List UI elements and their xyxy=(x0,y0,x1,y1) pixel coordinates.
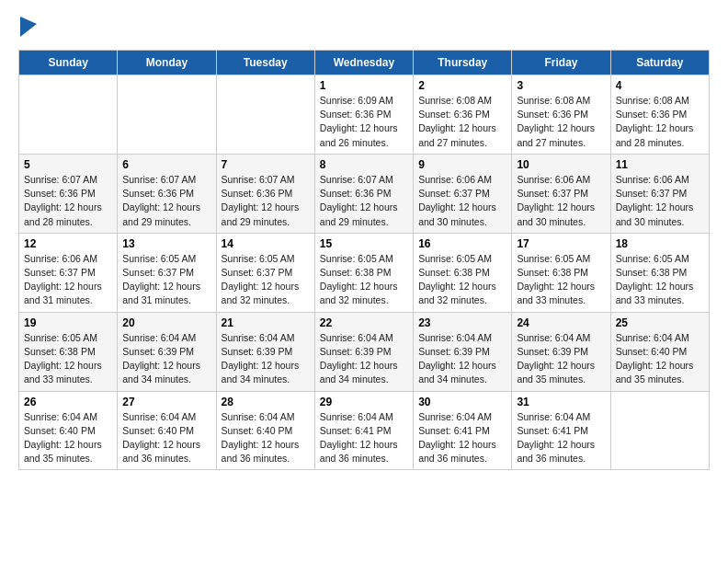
day-info: Sunrise: 6:08 AM Sunset: 6:36 PM Dayligh… xyxy=(616,94,704,150)
calendar-cell: 4Sunrise: 6:08 AM Sunset: 6:36 PM Daylig… xyxy=(610,75,709,155)
day-number: 26 xyxy=(24,396,112,408)
calendar-cell: 8Sunrise: 6:07 AM Sunset: 6:36 PM Daylig… xyxy=(314,154,413,233)
calendar-cell: 26Sunrise: 6:04 AM Sunset: 6:40 PM Dayli… xyxy=(19,391,118,470)
logo xyxy=(18,18,37,37)
day-info: Sunrise: 6:06 AM Sunset: 6:37 PM Dayligh… xyxy=(418,173,506,229)
day-number: 3 xyxy=(517,79,605,92)
day-info: Sunrise: 6:04 AM Sunset: 6:39 PM Dayligh… xyxy=(517,331,605,387)
calendar-cell: 6Sunrise: 6:07 AM Sunset: 6:36 PM Daylig… xyxy=(118,154,216,233)
calendar-cell: 23Sunrise: 6:04 AM Sunset: 6:39 PM Dayli… xyxy=(414,312,512,391)
day-number: 9 xyxy=(418,158,506,171)
day-number: 22 xyxy=(320,316,408,329)
day-number: 23 xyxy=(418,316,506,329)
calendar-header-row: SundayMondayTuesdayWednesdayThursdayFrid… xyxy=(19,51,710,75)
calendar-cell: 29Sunrise: 6:04 AM Sunset: 6:41 PM Dayli… xyxy=(314,391,413,470)
calendar-cell: 19Sunrise: 6:05 AM Sunset: 6:38 PM Dayli… xyxy=(19,312,118,391)
day-number: 6 xyxy=(122,158,210,171)
calendar-header-wednesday: Wednesday xyxy=(314,51,413,75)
day-info: Sunrise: 6:05 AM Sunset: 6:38 PM Dayligh… xyxy=(320,252,408,308)
header xyxy=(18,18,710,37)
day-number: 10 xyxy=(517,158,605,171)
day-info: Sunrise: 6:06 AM Sunset: 6:37 PM Dayligh… xyxy=(24,252,112,308)
calendar-cell: 14Sunrise: 6:05 AM Sunset: 6:37 PM Dayli… xyxy=(216,233,314,312)
day-info: Sunrise: 6:04 AM Sunset: 6:40 PM Dayligh… xyxy=(616,331,704,387)
day-number: 8 xyxy=(320,158,408,171)
calendar-header-monday: Monday xyxy=(118,51,216,75)
calendar-cell: 20Sunrise: 6:04 AM Sunset: 6:39 PM Dayli… xyxy=(118,312,216,391)
calendar-cell: 21Sunrise: 6:04 AM Sunset: 6:39 PM Dayli… xyxy=(216,312,314,391)
day-info: Sunrise: 6:05 AM Sunset: 6:37 PM Dayligh… xyxy=(122,252,210,308)
calendar-week-row: 1Sunrise: 6:09 AM Sunset: 6:36 PM Daylig… xyxy=(19,75,710,155)
calendar-cell: 15Sunrise: 6:05 AM Sunset: 6:38 PM Dayli… xyxy=(314,233,413,312)
logo-icon xyxy=(20,17,37,37)
calendar-cell: 30Sunrise: 6:04 AM Sunset: 6:41 PM Dayli… xyxy=(414,391,512,470)
day-number: 7 xyxy=(222,158,310,171)
day-number: 15 xyxy=(320,237,408,250)
day-info: Sunrise: 6:05 AM Sunset: 6:38 PM Dayligh… xyxy=(24,331,112,387)
day-info: Sunrise: 6:07 AM Sunset: 6:36 PM Dayligh… xyxy=(122,173,210,229)
calendar-cell xyxy=(118,75,216,155)
page: SundayMondayTuesdayWednesdayThursdayFrid… xyxy=(0,0,728,479)
calendar: SundayMondayTuesdayWednesdayThursdayFrid… xyxy=(18,50,710,470)
day-number: 5 xyxy=(24,158,112,171)
calendar-week-row: 26Sunrise: 6:04 AM Sunset: 6:40 PM Dayli… xyxy=(19,391,710,470)
day-number: 29 xyxy=(320,396,408,408)
day-info: Sunrise: 6:05 AM Sunset: 6:38 PM Dayligh… xyxy=(418,252,506,308)
calendar-header-friday: Friday xyxy=(512,51,610,75)
calendar-cell xyxy=(19,75,118,155)
calendar-cell: 31Sunrise: 6:04 AM Sunset: 6:41 PM Dayli… xyxy=(512,391,610,470)
day-number: 14 xyxy=(222,237,310,250)
calendar-header-tuesday: Tuesday xyxy=(216,51,314,75)
calendar-header-sunday: Sunday xyxy=(19,51,118,75)
calendar-header-saturday: Saturday xyxy=(610,51,709,75)
day-number: 16 xyxy=(418,237,506,250)
calendar-cell: 17Sunrise: 6:05 AM Sunset: 6:38 PM Dayli… xyxy=(512,233,610,312)
calendar-week-row: 12Sunrise: 6:06 AM Sunset: 6:37 PM Dayli… xyxy=(19,233,710,312)
calendar-cell: 2Sunrise: 6:08 AM Sunset: 6:36 PM Daylig… xyxy=(414,75,512,155)
calendar-cell: 27Sunrise: 6:04 AM Sunset: 6:40 PM Dayli… xyxy=(118,391,216,470)
day-number: 21 xyxy=(222,316,310,329)
day-number: 31 xyxy=(517,396,605,408)
svg-marker-0 xyxy=(20,17,37,37)
day-info: Sunrise: 6:04 AM Sunset: 6:39 PM Dayligh… xyxy=(418,331,506,387)
day-info: Sunrise: 6:04 AM Sunset: 6:40 PM Dayligh… xyxy=(24,410,112,466)
day-number: 18 xyxy=(616,237,704,250)
day-number: 25 xyxy=(616,316,704,329)
calendar-cell: 3Sunrise: 6:08 AM Sunset: 6:36 PM Daylig… xyxy=(512,75,610,155)
day-info: Sunrise: 6:07 AM Sunset: 6:36 PM Dayligh… xyxy=(222,173,310,229)
calendar-cell: 24Sunrise: 6:04 AM Sunset: 6:39 PM Dayli… xyxy=(512,312,610,391)
calendar-cell: 5Sunrise: 6:07 AM Sunset: 6:36 PM Daylig… xyxy=(19,154,118,233)
day-info: Sunrise: 6:09 AM Sunset: 6:36 PM Dayligh… xyxy=(320,94,408,150)
calendar-cell: 10Sunrise: 6:06 AM Sunset: 6:37 PM Dayli… xyxy=(512,154,610,233)
calendar-cell: 11Sunrise: 6:06 AM Sunset: 6:37 PM Dayli… xyxy=(610,154,709,233)
calendar-cell: 9Sunrise: 6:06 AM Sunset: 6:37 PM Daylig… xyxy=(414,154,512,233)
calendar-week-row: 19Sunrise: 6:05 AM Sunset: 6:38 PM Dayli… xyxy=(19,312,710,391)
day-number: 24 xyxy=(517,316,605,329)
day-number: 11 xyxy=(616,158,704,171)
calendar-cell: 7Sunrise: 6:07 AM Sunset: 6:36 PM Daylig… xyxy=(216,154,314,233)
day-info: Sunrise: 6:06 AM Sunset: 6:37 PM Dayligh… xyxy=(517,173,605,229)
day-info: Sunrise: 6:04 AM Sunset: 6:39 PM Dayligh… xyxy=(222,331,310,387)
day-info: Sunrise: 6:04 AM Sunset: 6:41 PM Dayligh… xyxy=(320,410,408,466)
calendar-cell: 16Sunrise: 6:05 AM Sunset: 6:38 PM Dayli… xyxy=(414,233,512,312)
day-info: Sunrise: 6:07 AM Sunset: 6:36 PM Dayligh… xyxy=(24,173,112,229)
day-info: Sunrise: 6:04 AM Sunset: 6:39 PM Dayligh… xyxy=(122,331,210,387)
day-info: Sunrise: 6:04 AM Sunset: 6:39 PM Dayligh… xyxy=(320,331,408,387)
day-number: 4 xyxy=(616,79,704,92)
calendar-header-thursday: Thursday xyxy=(414,51,512,75)
day-number: 17 xyxy=(517,237,605,250)
calendar-cell: 18Sunrise: 6:05 AM Sunset: 6:38 PM Dayli… xyxy=(610,233,709,312)
calendar-cell: 13Sunrise: 6:05 AM Sunset: 6:37 PM Dayli… xyxy=(118,233,216,312)
day-number: 2 xyxy=(418,79,506,92)
day-info: Sunrise: 6:04 AM Sunset: 6:41 PM Dayligh… xyxy=(517,410,605,466)
calendar-week-row: 5Sunrise: 6:07 AM Sunset: 6:36 PM Daylig… xyxy=(19,154,710,233)
calendar-cell: 22Sunrise: 6:04 AM Sunset: 6:39 PM Dayli… xyxy=(314,312,413,391)
calendar-cell: 25Sunrise: 6:04 AM Sunset: 6:40 PM Dayli… xyxy=(610,312,709,391)
day-number: 1 xyxy=(320,79,408,92)
day-info: Sunrise: 6:04 AM Sunset: 6:40 PM Dayligh… xyxy=(122,410,210,466)
calendar-cell xyxy=(216,75,314,155)
day-number: 28 xyxy=(222,396,310,408)
day-info: Sunrise: 6:04 AM Sunset: 6:40 PM Dayligh… xyxy=(222,410,310,466)
calendar-cell: 28Sunrise: 6:04 AM Sunset: 6:40 PM Dayli… xyxy=(216,391,314,470)
day-info: Sunrise: 6:07 AM Sunset: 6:36 PM Dayligh… xyxy=(320,173,408,229)
